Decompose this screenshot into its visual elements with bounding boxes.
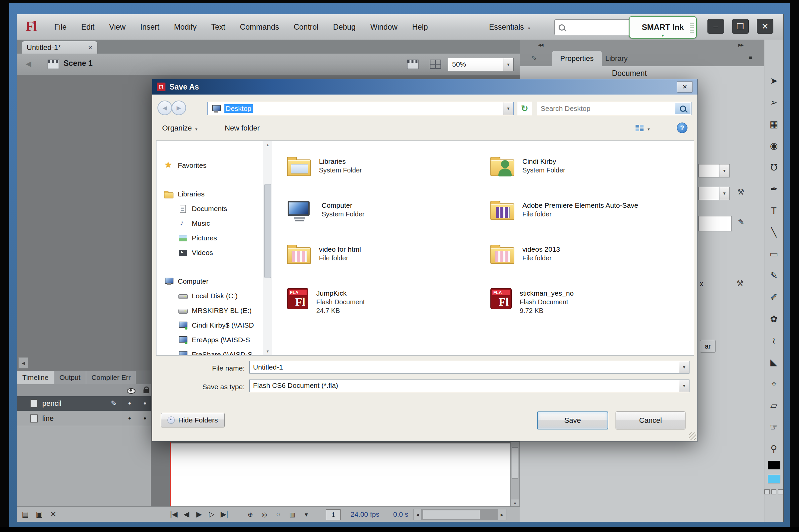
play-button[interactable]: ▶	[195, 510, 204, 519]
layer-row-line[interactable]: line••	[17, 411, 151, 426]
tab-output[interactable]: Output	[54, 371, 86, 384]
nav-item-computer[interactable]: Computer	[156, 274, 263, 289]
file-item-cindi-kirby[interactable]: Cindi KirbySystem Folder	[490, 155, 694, 200]
scene-label[interactable]: Scene 1	[63, 59, 93, 68]
nav-item-libraries[interactable]: Libraries	[156, 187, 263, 202]
properties-dropdown-fragment-2[interactable]	[699, 187, 730, 200]
app-search-input[interactable]	[568, 23, 620, 32]
nav-item-local-disk-c[interactable]: Local Disk (C:)	[156, 289, 263, 303]
file-name-input[interactable]	[252, 362, 677, 373]
current-frame-indicator[interactable]: 1	[326, 509, 341, 520]
zoom-level-combo[interactable]: 50%	[448, 58, 514, 71]
layer-lock-dot[interactable]: •	[144, 399, 146, 408]
properties-text-field-fragment[interactable]	[699, 216, 732, 231]
layer-lock-dot[interactable]: •	[144, 414, 146, 423]
tool-line-icon[interactable]: ╲	[767, 225, 781, 240]
workspace-switcher[interactable]: Essentials	[489, 14, 531, 40]
views-button[interactable]	[635, 124, 650, 133]
back-button[interactable]: ◀	[157, 100, 172, 115]
tool-zoom-icon[interactable]: ⚲	[767, 441, 781, 456]
swap-colors-button[interactable]	[778, 489, 783, 494]
properties-dropdown-fragment[interactable]	[699, 164, 730, 177]
file-name-combo[interactable]	[249, 361, 689, 374]
new-layer-button[interactable]: ▤	[21, 510, 30, 519]
tool-eyedropper-icon[interactable]: ⌖	[767, 377, 781, 391]
scroll-right-icon[interactable]: ▶	[498, 509, 506, 520]
stage-vertical-scrollbar[interactable]: ▼	[510, 442, 520, 508]
document-tab[interactable]: Untitled-1* ✕	[22, 41, 98, 54]
tool-rectangle-icon[interactable]: ▭	[767, 247, 781, 261]
tool-hand-icon[interactable]: ☞	[767, 420, 781, 435]
menu-item-window[interactable]: Window	[370, 23, 398, 32]
wrench-icon-2[interactable]: ⚒	[737, 279, 744, 288]
smart-ink-toolbar[interactable]: SMART Ink	[629, 16, 697, 39]
onion-skin-button[interactable]: ◎	[260, 511, 269, 518]
nav-item-mrskirby-bl-e[interactable]: MRSKIRBY BL (E:)	[156, 303, 263, 318]
occluded-button-fragment[interactable]: ar	[700, 340, 716, 353]
file-name-dropdown-icon[interactable]	[679, 361, 689, 373]
scrollbar-thumb[interactable]	[512, 448, 518, 479]
save-type-combo[interactable]: Flash CS6 Document (*.fla)	[249, 380, 689, 392]
resize-grip[interactable]	[689, 433, 696, 440]
tool-free-transform-icon[interactable]: ▦	[767, 117, 781, 132]
file-item-computer[interactable]: ComputerSystem Folder	[287, 200, 490, 243]
tool-selection-icon[interactable]: ➤	[767, 74, 781, 88]
menu-item-insert[interactable]: Insert	[140, 23, 159, 32]
layer-visibility-dot[interactable]: •	[128, 414, 131, 423]
scrollbar-thumb[interactable]	[423, 510, 480, 519]
file-item-stickman-yes-no[interactable]: FLAFlstickman_yes_noFlash Document9.72 K…	[490, 287, 694, 331]
go-to-first-frame-button[interactable]: |◀	[169, 510, 178, 519]
onion-skin-outlines-button[interactable]: ◌	[274, 511, 283, 518]
dialog-titlebar[interactable]: Fl Save As ✕	[152, 79, 698, 95]
edit-multiple-frames-button[interactable]: ▥	[288, 511, 297, 518]
app-search-box[interactable]	[554, 19, 635, 35]
dropdown-icon[interactable]	[719, 187, 729, 200]
file-item-video-for-html[interactable]: video for htmlFile folder	[287, 243, 490, 287]
tab-properties[interactable]: Properties	[552, 51, 602, 66]
dropdown-icon[interactable]	[719, 165, 729, 177]
default-colors-button[interactable]	[764, 489, 770, 494]
dialog-search-box[interactable]: Search Desktop	[537, 102, 691, 115]
scroll-down-icon[interactable]: ▼	[263, 347, 272, 355]
save-button[interactable]: Save	[537, 412, 608, 430]
menu-item-edit[interactable]: Edit	[81, 23, 95, 32]
stage-scroll-left-button[interactable]: ◀	[18, 357, 28, 368]
expand-panel-icon[interactable]: ▶▶	[738, 43, 743, 47]
menu-item-commands[interactable]: Commands	[240, 23, 279, 32]
menu-item-debug[interactable]: Debug	[333, 23, 356, 32]
cancel-button[interactable]: Cancel	[615, 412, 685, 430]
timeline-horizontal-scrollbar[interactable]: ◀ ▶	[413, 509, 506, 520]
tab-library[interactable]: Library	[605, 54, 628, 63]
help-button[interactable]: ?	[677, 122, 687, 133]
menu-item-view[interactable]: View	[109, 23, 126, 32]
tool-eraser-icon[interactable]: ▱	[767, 398, 781, 413]
nav-item-freshare-aisd-s[interactable]: FreShare (\\AISD-S	[156, 347, 263, 355]
no-color-button[interactable]	[772, 489, 777, 494]
menu-item-file[interactable]: File	[54, 23, 66, 32]
refresh-button[interactable]: ↻	[517, 102, 532, 115]
scrollbar-thumb[interactable]	[264, 184, 271, 278]
menu-item-control[interactable]: Control	[293, 23, 318, 32]
tool-brush-icon[interactable]: ✐	[767, 290, 781, 305]
edit-symbols-icon[interactable]	[430, 60, 441, 69]
menu-item-text[interactable]: Text	[211, 23, 225, 32]
minimize-button[interactable]: –	[707, 19, 724, 34]
visibility-eye-icon[interactable]	[127, 388, 135, 394]
delete-layer-button[interactable]: ✕	[49, 510, 58, 519]
tool-pen-icon[interactable]: ✒	[767, 182, 781, 196]
zoom-dropdown-icon[interactable]	[503, 58, 513, 71]
center-frame-button[interactable]: ⊕	[246, 511, 255, 518]
tool-3d-rotation-icon[interactable]: ◉	[767, 138, 781, 153]
step-forward-button[interactable]: ▷	[207, 510, 216, 519]
back-navigation-icon[interactable]: ◀	[26, 60, 31, 68]
playhead-line[interactable]	[170, 442, 171, 507]
tool-text-icon[interactable]: T	[767, 204, 781, 218]
tool-deco-icon[interactable]: ✿	[767, 311, 781, 326]
layer-row-pencil[interactable]: pencil✎••	[17, 396, 151, 411]
close-button[interactable]: ✕	[757, 19, 773, 34]
tree-scrollbar[interactable]: ▲ ▼	[263, 141, 272, 355]
tool-subselection-icon[interactable]: ➢	[767, 95, 781, 110]
nav-item-music[interactable]: Music	[156, 216, 263, 231]
save-type-dropdown-icon[interactable]	[679, 380, 689, 392]
address-location[interactable]: Desktop	[224, 104, 253, 113]
